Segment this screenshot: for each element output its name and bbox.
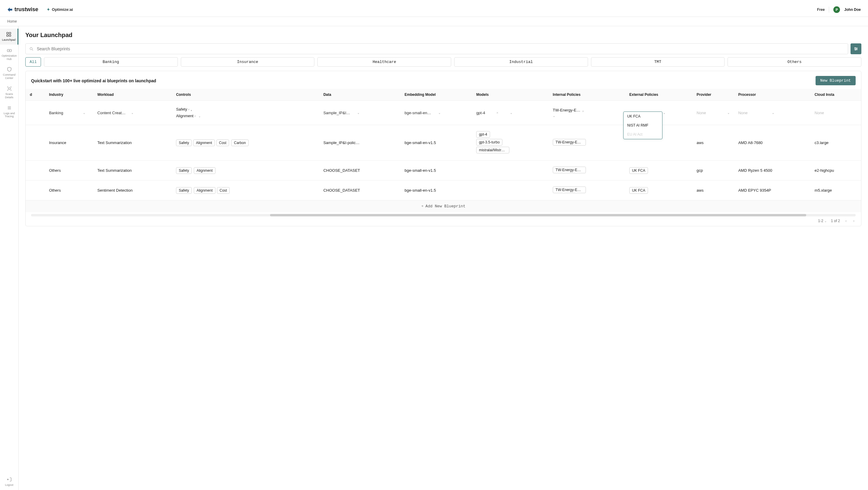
provider-select[interactable]: None⌄ bbox=[696, 111, 730, 115]
svg-rect-2 bbox=[7, 35, 8, 36]
close-icon[interactable]: × bbox=[188, 108, 190, 111]
internal-chip: TW-Energy-Emissi… bbox=[553, 139, 586, 146]
col-cloud: Cloud Insta bbox=[810, 89, 861, 101]
chevron-down-icon: ⌄ bbox=[438, 111, 441, 115]
main-content: Your Launchpad All Banking Insurance Hea… bbox=[19, 26, 868, 490]
col-data: Data bbox=[319, 89, 400, 101]
svg-rect-0 bbox=[7, 32, 8, 34]
industry-select[interactable]: Banking⌄ bbox=[49, 111, 85, 115]
logout-icon bbox=[7, 477, 12, 482]
chevron-down-icon: ⌄ bbox=[772, 111, 774, 115]
search-box[interactable] bbox=[25, 43, 848, 54]
plan-label: Free bbox=[817, 7, 825, 12]
search-icon bbox=[29, 47, 34, 51]
list-icon bbox=[7, 105, 12, 111]
cell-workload: Text Summarization bbox=[93, 125, 172, 161]
cell-data: Sample_IP&I-polic… bbox=[319, 125, 400, 161]
page-title: Your Launchpad bbox=[25, 32, 861, 38]
username: John Doe bbox=[844, 7, 861, 12]
internal-tags[interactable]: TW-Energy-E… ×⌄ bbox=[553, 108, 621, 118]
tab-industrial[interactable]: Industrial bbox=[454, 57, 588, 67]
col-controls: Controls bbox=[172, 89, 319, 101]
tab-healthcare[interactable]: Healthcare bbox=[317, 57, 451, 67]
svg-point-5 bbox=[9, 50, 10, 51]
sidebar: Launchpad Optimization Hub Command Cente… bbox=[0, 26, 19, 490]
workload-select[interactable]: Content Creat…⌄ bbox=[97, 111, 133, 115]
category-tabs: All Banking Insurance Healthcare Industr… bbox=[25, 57, 861, 67]
dropdown-option[interactable]: UK FCA bbox=[624, 112, 662, 121]
svg-rect-3 bbox=[9, 35, 11, 36]
tab-insurance[interactable]: Insurance bbox=[181, 57, 315, 67]
scrollbar-thumb[interactable] bbox=[270, 214, 806, 216]
cell-embedding: bge-small-en-v1.5 bbox=[400, 125, 472, 161]
col-workload: Workload bbox=[93, 89, 172, 101]
table-row: Banking⌄ Content Creat…⌄ Safety× , Align… bbox=[26, 101, 861, 125]
sparkle-icon: ✦ bbox=[47, 7, 50, 12]
external-policies-dropdown: UK FCA NIST AI RMF EU AI Act bbox=[623, 112, 662, 139]
chevron-down-icon: ⌄ bbox=[83, 111, 85, 115]
horizontal-scrollbar[interactable] bbox=[31, 214, 856, 216]
col-models: Models bbox=[472, 89, 549, 101]
breadcrumb[interactable]: Home bbox=[0, 17, 868, 26]
search-input[interactable] bbox=[37, 47, 844, 51]
close-icon[interactable]: × bbox=[582, 110, 584, 113]
table-row: Others Text Summarization Safety Alignme… bbox=[26, 161, 861, 181]
embedding-select[interactable]: bge-small-en…⌄ bbox=[404, 111, 441, 115]
topbar: trustwise ✦ Optimize:ai Free P John Doe bbox=[0, 0, 868, 17]
cell-processor: AMD A8-7680 bbox=[734, 125, 810, 161]
tab-banking[interactable]: Banking bbox=[44, 57, 178, 67]
avatar[interactable]: P bbox=[833, 6, 840, 13]
optimize-ai-link[interactable]: ✦ Optimize:ai bbox=[47, 7, 73, 12]
sidebar-item-optimization-hub[interactable]: Optimization Hub bbox=[0, 44, 19, 64]
logo[interactable]: trustwise bbox=[7, 6, 38, 13]
chevron-down-icon: ⌄ bbox=[553, 114, 555, 118]
close-icon[interactable]: × bbox=[496, 111, 498, 115]
tab-tmt[interactable]: TMT bbox=[591, 57, 725, 67]
page-range[interactable]: 1-2 ⌄ bbox=[818, 219, 827, 223]
col-industry: Industry bbox=[45, 89, 93, 101]
models-chips: gpt-4 gpt-3.5-turbo mistralai/Mistral-7B… bbox=[476, 130, 544, 155]
col-internal: Internal Policies bbox=[549, 89, 625, 101]
blueprints-table: d Industry Workload Controls Data Embedd… bbox=[26, 89, 861, 201]
new-blueprint-button[interactable]: New Blueprint bbox=[815, 76, 856, 85]
processor-select[interactable]: None⌄ bbox=[738, 111, 774, 115]
logo-icon bbox=[7, 7, 13, 12]
svg-point-16 bbox=[856, 49, 857, 50]
data-select[interactable]: Sample_IP&I…⌄ bbox=[323, 111, 360, 115]
cell-cloud: c3.large bbox=[810, 125, 861, 161]
brand-name: trustwise bbox=[14, 6, 38, 13]
models-select[interactable]: gpt-4 × ⌄ bbox=[476, 111, 513, 115]
controls-chips: Safety Alignment Cost Carbon bbox=[176, 139, 315, 147]
next-page-button[interactable]: › bbox=[852, 219, 856, 223]
sidebar-item-logout[interactable]: Logout bbox=[0, 474, 19, 490]
chevron-down-icon: ⌄ bbox=[198, 115, 201, 118]
tab-others[interactable]: Others bbox=[727, 57, 861, 67]
divider bbox=[829, 7, 829, 13]
col-external: External Policies bbox=[625, 89, 692, 101]
controls-tags[interactable]: Safety× , Alignment× ⌄ bbox=[172, 101, 319, 125]
filter-button[interactable] bbox=[850, 43, 861, 54]
grid-icon bbox=[6, 32, 11, 37]
cell-industry: Insurance bbox=[45, 125, 93, 161]
page-count: 1 of 2 bbox=[831, 219, 840, 223]
close-icon[interactable]: × bbox=[194, 114, 196, 118]
chevron-down-icon: ⌄ bbox=[663, 111, 665, 115]
sidebar-item-logs-tracing[interactable]: Logs and Tracing bbox=[0, 102, 19, 121]
svg-rect-4 bbox=[7, 50, 11, 52]
pagination: 1-2 ⌄ 1 of 2 ‹ › bbox=[26, 216, 861, 223]
tab-all[interactable]: All bbox=[25, 57, 41, 67]
svg-point-15 bbox=[855, 47, 856, 48]
col-embedding: Embedding Model bbox=[400, 89, 472, 101]
add-new-blueprint-row[interactable]: +Add New Blueprint bbox=[26, 201, 861, 212]
col-processor: Processor bbox=[734, 89, 810, 101]
dropdown-option[interactable]: EU AI Act bbox=[624, 130, 662, 139]
prev-page-button[interactable]: ‹ bbox=[844, 219, 848, 223]
sidebar-item-scans-details[interactable]: Scans Details bbox=[0, 83, 19, 102]
scan-icon bbox=[7, 86, 12, 91]
dropdown-option[interactable]: NIST AI RMF bbox=[624, 121, 662, 130]
sidebar-item-command-center[interactable]: Command Center bbox=[0, 64, 19, 83]
cloud-select[interactable]: None bbox=[815, 111, 851, 115]
chevron-down-icon: ⌄ bbox=[824, 219, 827, 223]
plus-icon: + bbox=[421, 204, 424, 209]
sidebar-item-launchpad[interactable]: Launchpad bbox=[0, 29, 19, 44]
